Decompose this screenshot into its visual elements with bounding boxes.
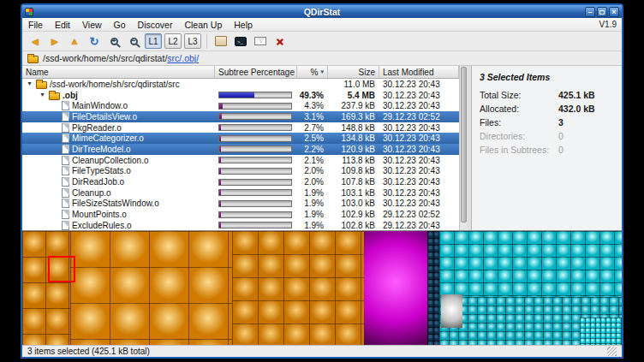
details-label: Files: <box>480 117 558 128</box>
menu-items: FileEditViewGoDiscoverClean UpHelp <box>22 19 259 31</box>
size-cell: 169.3 kB <box>328 111 379 122</box>
zoom-out-icon: − <box>130 38 138 45</box>
table-row[interactable]: DirReadJob.o2.0%107.8 kB30.12.23 20:43 <box>22 176 459 187</box>
percent-cell: 2.1% <box>297 155 328 166</box>
sort-indicator: ▾ <box>320 68 324 75</box>
treemap-cyan-tiny[interactable] <box>580 317 622 345</box>
item-name: MimeCategorizer.o <box>72 134 144 143</box>
size-cell: 103.0 kB <box>328 199 379 210</box>
breadcrumb-link-src[interactable]: src/ <box>167 53 182 63</box>
titlebar[interactable]: QDirStat – × <box>22 5 622 18</box>
resize-grip[interactable] <box>607 347 617 356</box>
file-manager-button[interactable] <box>212 33 230 50</box>
table-row[interactable]: FileSizeStatsWindow.o1.9%103.0 kB30.12.2… <box>22 199 459 210</box>
layout-l1-button[interactable]: L1 <box>145 33 162 49</box>
item-name: FileTypeStats.o <box>72 166 131 175</box>
treemap-magenta-cushion[interactable] <box>364 231 427 345</box>
up-button[interactable]: ▲ <box>66 33 83 50</box>
percent-cell: 4.3% <box>297 100 328 111</box>
menu-view[interactable]: View <box>76 19 108 31</box>
mail-button[interactable] <box>252 33 269 50</box>
size-cell: 103.1 kB <box>328 187 379 199</box>
modified-cell: 30.12.23 20:43 <box>379 166 459 177</box>
back-button[interactable]: ◄ <box>27 33 44 50</box>
details-value: 3 <box>558 117 614 128</box>
table-row[interactable]: MimeCategorizer.o2.5%134.8 kB30.12.23 20… <box>22 133 459 144</box>
table-row[interactable]: ▾/ssd-work/home/sh/src/qdirstat/src11.0 … <box>22 79 459 90</box>
item-name: DirTreeModel.o <box>72 145 131 154</box>
item-name: DirReadJob.o <box>72 177 124 187</box>
details-value: 425.1 kB <box>558 90 614 100</box>
table-row[interactable]: PkgReader.o2.7%148.8 kB30.12.23 20:43 <box>22 122 459 134</box>
table-row[interactable]: CleanupCollection.o2.1%113.8 kB30.12.23 … <box>22 155 459 166</box>
window-title: QDirStat <box>22 7 622 17</box>
treemap-cyan-top[interactable] <box>439 231 623 297</box>
file-icon <box>62 145 69 154</box>
treemap-gray-cushion[interactable] <box>441 294 463 328</box>
size-cell: 107.8 kB <box>328 176 379 187</box>
zoom-out-button[interactable]: − <box>125 33 142 50</box>
percent-bar <box>218 157 292 163</box>
item-name: MountPoints.o <box>72 210 127 219</box>
table-row[interactable]: FileTypeStats.o2.0%109.8 kB30.12.23 20:4… <box>22 166 459 177</box>
table-row[interactable]: DirTreeModel.o2.2%120.9 kB30.12.23 20:43 <box>22 144 459 155</box>
column-header-%[interactable]: %▾ <box>297 66 328 79</box>
details-field: Allocated:432.0 kB <box>480 104 614 114</box>
percent-bar <box>218 92 292 98</box>
details-panel: 3 Selected Items Total Size:425.1 kBAllo… <box>471 66 622 230</box>
column-header-last-modified[interactable]: Last Modified <box>379 66 459 79</box>
percent-cell: 49.3% <box>297 90 328 101</box>
percent-cell: 1.9% <box>297 209 328 220</box>
menu-file[interactable]: File <box>22 19 49 31</box>
refresh-button[interactable]: ↻ <box>86 33 103 50</box>
maximize-button[interactable] <box>597 7 607 17</box>
details-label: Total Size: <box>480 90 558 100</box>
table-row[interactable]: Cleanup.o1.9%103.1 kB30.12.23 20:43 <box>22 187 459 199</box>
menu-edit[interactable]: Edit <box>49 19 76 31</box>
percent-bar-fill <box>219 146 221 151</box>
item-name: /ssd-work/home/sh/src/qdirstat/src <box>50 80 180 89</box>
breadcrumb-link-obj[interactable]: .obj/ <box>182 53 199 63</box>
menu-clean-up[interactable]: Clean Up <box>178 19 228 31</box>
percent-bar-fill <box>219 169 221 174</box>
close-button[interactable]: × <box>609 7 619 17</box>
percent-bar-fill <box>219 92 254 98</box>
menu-discover[interactable]: Discover <box>132 19 179 31</box>
size-cell: 102.8 kB <box>328 220 379 230</box>
treemap-dark-strip[interactable] <box>427 231 439 345</box>
treemap-orange-medium[interactable] <box>232 231 364 345</box>
modified-cell: 30.12.23 20:43 <box>379 122 459 134</box>
column-header-size[interactable]: Size <box>328 66 379 79</box>
column-header-name[interactable]: Name <box>22 66 215 79</box>
treemap-orange-large[interactable] <box>70 231 232 345</box>
table-row[interactable]: MainWindow.o4.3%237.9 kB30.12.23 20:43 <box>22 100 459 111</box>
size-cell: 134.8 kB <box>328 133 379 144</box>
tree-scrollbar[interactable] <box>459 66 468 230</box>
minimize-button[interactable]: – <box>585 7 595 17</box>
scrollbar-thumb[interactable] <box>461 67 467 223</box>
table-row[interactable]: MountPoints.o1.9%102.9 kB29.12.23 02:52 <box>22 209 459 220</box>
item-name: MainWindow.o <box>72 101 128 110</box>
menu-go[interactable]: Go <box>108 19 132 31</box>
expander-icon[interactable]: ▾ <box>26 80 33 87</box>
column-header-subtree-percentage[interactable]: Subtree Percentage <box>215 66 297 79</box>
delete-button[interactable]: × <box>271 33 289 50</box>
treemap[interactable] <box>22 230 622 345</box>
file-icon <box>62 199 69 208</box>
terminal-button[interactable]: >_ <box>232 33 249 50</box>
percent-bar-fill <box>219 136 221 141</box>
table-row[interactable]: ▾.obj49.3%5.4 MB30.12.23 20:43 <box>22 90 459 101</box>
zoom-in-button[interactable]: + <box>105 33 122 50</box>
forward-button[interactable]: ► <box>46 33 63 50</box>
tree-body: ▾/ssd-work/home/sh/src/qdirstat/src11.0 … <box>22 79 459 230</box>
treemap-orange-column-left[interactable] <box>22 231 70 345</box>
layout-l2-button[interactable]: L2 <box>164 33 182 49</box>
menu-help[interactable]: Help <box>228 19 259 31</box>
expander-icon[interactable]: ▾ <box>39 92 46 98</box>
modified-cell: 30.12.23 20:43 <box>379 90 459 101</box>
table-row[interactable]: FileDetailsView.o3.1%169.3 kB29.12.23 02… <box>22 111 459 122</box>
percent-bar-fill <box>219 223 221 228</box>
table-row[interactable]: ExcludeRules.o1.9%102.8 kB29.12.23 20:43 <box>22 220 459 230</box>
layout-l3-button[interactable]: L3 <box>184 33 201 49</box>
percent-cell: 2.0% <box>297 166 328 177</box>
